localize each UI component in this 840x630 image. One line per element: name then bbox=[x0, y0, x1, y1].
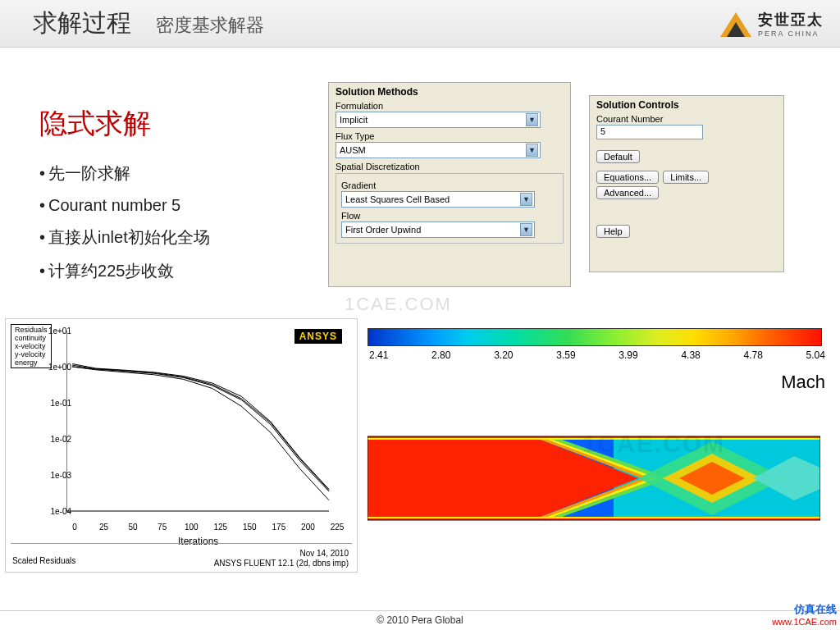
residual-xlabel: Iterations bbox=[178, 536, 218, 547]
formulation-label: Formulation bbox=[336, 101, 564, 111]
text-block: 隐式求解 先一阶求解 Courant number 5 直接从inlet初始化全… bbox=[39, 105, 310, 294]
title-main: 求解过程 bbox=[33, 7, 131, 40]
chevron-down-icon: ▼ bbox=[520, 193, 532, 206]
logo-subtext: PERA CHINA bbox=[758, 30, 824, 38]
bullet-2: Courant number 5 bbox=[39, 196, 310, 215]
spatial-label: Spatial Discretization bbox=[336, 162, 564, 171]
logo-triangle-icon bbox=[720, 11, 751, 37]
courant-label: Courant Number bbox=[596, 114, 777, 124]
section-heading: 隐式求解 bbox=[39, 105, 310, 143]
residual-plot: Residuals continuity x-velocity y-veloci… bbox=[5, 318, 358, 573]
solution-controls-panel: Solution Controls Courant Number 5 Defau… bbox=[589, 95, 784, 272]
mach-label: Mach bbox=[781, 372, 825, 393]
formulation-select[interactable]: Implicit ▼ bbox=[336, 112, 541, 128]
flow-value: First Order Upwind bbox=[345, 225, 421, 235]
slide-footer: © 2010 Pera Global bbox=[0, 610, 840, 630]
courant-input[interactable]: 5 bbox=[596, 125, 703, 139]
gradient-label: Gradient bbox=[341, 180, 558, 190]
help-button[interactable]: Help bbox=[596, 225, 630, 238]
colorbar-gradient bbox=[368, 328, 822, 346]
colorbar-ticks: 2.412.803.203.593.994.384.785.04 bbox=[368, 349, 827, 361]
watermark-right: 仿真在线 www.1CAE.com bbox=[772, 602, 837, 627]
residual-footer-left: Scaled Residuals bbox=[12, 556, 75, 565]
gradient-select[interactable]: Least Squares Cell Based ▼ bbox=[341, 191, 535, 208]
flow-select[interactable]: First Order Upwind ▼ bbox=[341, 221, 535, 238]
solution-methods-panel: Solution Methods Formulation Implicit ▼ … bbox=[328, 82, 571, 287]
flux-select[interactable]: AUSM ▼ bbox=[336, 142, 541, 158]
formulation-value: Implicit bbox=[340, 115, 368, 125]
methods-title: Solution Methods bbox=[336, 86, 564, 98]
logo-text: 安世亞太 bbox=[758, 10, 824, 30]
controls-title: Solution Controls bbox=[596, 99, 777, 111]
pera-logo: 安世亞太 PERA CHINA bbox=[720, 10, 824, 38]
watermark-center: 1CAE.COM bbox=[345, 294, 452, 315]
bullet-3: 直接从inlet初始化全场 bbox=[39, 226, 310, 249]
flux-value: AUSM bbox=[340, 145, 366, 155]
equations-button[interactable]: Equations... bbox=[596, 171, 659, 184]
residual-legend: Residuals continuity x-velocity y-veloci… bbox=[11, 324, 52, 368]
flow-label: Flow bbox=[341, 211, 558, 221]
gradient-value: Least Squares Cell Based bbox=[345, 194, 450, 204]
chevron-down-icon: ▼ bbox=[526, 113, 538, 126]
chevron-down-icon: ▼ bbox=[520, 223, 532, 236]
bullet-1: 先一阶求解 bbox=[39, 162, 310, 185]
advanced-button[interactable]: Advanced... bbox=[596, 186, 659, 199]
limits-button[interactable]: Limits... bbox=[663, 171, 709, 184]
slide-header: 求解过程 密度基求解器 安世亞太 PERA CHINA bbox=[0, 0, 840, 48]
residual-footer-right: Nov 14, 2010 ANSYS FLUENT 12.1 (2d, dbns… bbox=[214, 549, 349, 568]
bullet-4: 计算约225步收敛 bbox=[39, 260, 310, 282]
copyright: © 2010 Pera Global bbox=[377, 614, 463, 626]
chevron-down-icon: ▼ bbox=[526, 144, 538, 157]
flux-label: Flux Type bbox=[336, 131, 564, 141]
title-sub: 密度基求解器 bbox=[156, 13, 264, 38]
colorbar: 2.412.803.203.593.994.384.785.04 bbox=[368, 328, 827, 361]
default-button[interactable]: Default bbox=[596, 150, 640, 163]
mach-contour bbox=[368, 417, 820, 540]
residual-lines-svg bbox=[66, 331, 337, 519]
